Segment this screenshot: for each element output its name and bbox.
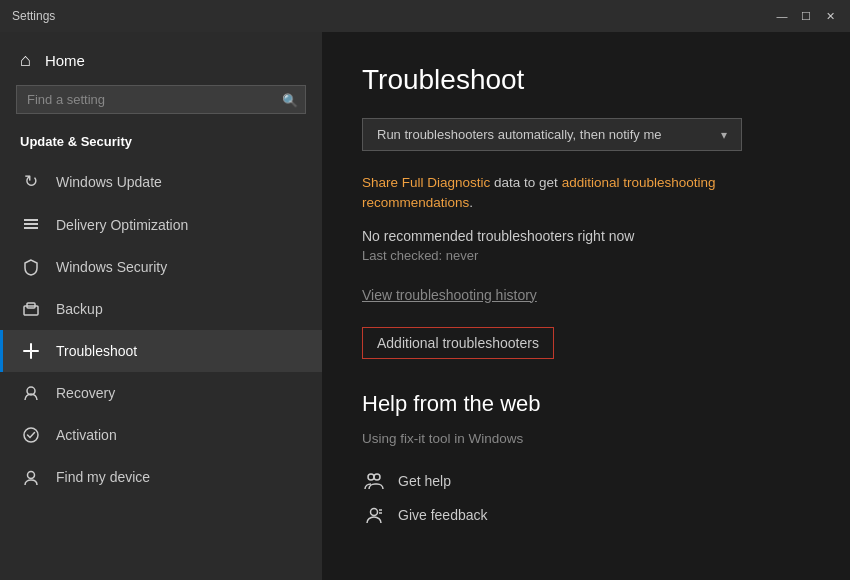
- no-troubleshooters-text: No recommended troubleshooters right now: [362, 228, 810, 244]
- maximize-button[interactable]: ☐: [798, 8, 814, 24]
- chevron-down-icon: ▾: [721, 128, 727, 142]
- sidebar-item-windows-update[interactable]: ↻ Windows Update: [0, 159, 322, 204]
- svg-point-13: [374, 474, 380, 480]
- sidebar-item-delivery-optimization[interactable]: Delivery Optimization: [0, 204, 322, 246]
- svg-point-11: [28, 472, 35, 479]
- diagnostic-link[interactable]: Share Full Diagnostic: [362, 175, 490, 190]
- sidebar-item-label: Troubleshoot: [56, 343, 137, 359]
- windows-update-icon: ↻: [20, 171, 42, 192]
- window-controls: — ☐ ✕: [774, 8, 838, 24]
- minimize-button[interactable]: —: [774, 8, 790, 24]
- help-description: Using fix-it tool in Windows: [362, 431, 810, 446]
- svg-point-10: [24, 428, 38, 442]
- sidebar-item-label: Activation: [56, 427, 117, 443]
- sidebar: ⌂ Home 🔍 Update & Security ↻ Windows Upd…: [0, 32, 322, 580]
- sidebar-item-label: Find my device: [56, 469, 150, 485]
- troubleshoot-icon: [20, 342, 42, 360]
- view-history-link[interactable]: View troubleshooting history: [362, 287, 810, 303]
- sidebar-item-recovery[interactable]: Recovery: [0, 372, 322, 414]
- sidebar-item-activation[interactable]: Activation: [0, 414, 322, 456]
- find-my-device-icon: [20, 468, 42, 486]
- windows-security-icon: [20, 258, 42, 276]
- search-box: 🔍: [16, 85, 306, 114]
- sidebar-item-find-my-device[interactable]: Find my device: [0, 456, 322, 498]
- get-help-item[interactable]: Get help: [362, 464, 810, 498]
- search-input[interactable]: [16, 85, 306, 114]
- sidebar-home[interactable]: ⌂ Home: [0, 32, 322, 85]
- backup-icon: [20, 300, 42, 318]
- sidebar-item-label: Delivery Optimization: [56, 217, 188, 233]
- close-button[interactable]: ✕: [822, 8, 838, 24]
- delivery-optimization-icon: [20, 216, 42, 234]
- get-help-label: Get help: [398, 473, 451, 489]
- give-feedback-icon: [362, 505, 386, 525]
- app-body: ⌂ Home 🔍 Update & Security ↻ Windows Upd…: [0, 32, 850, 580]
- sidebar-item-windows-security[interactable]: Windows Security: [0, 246, 322, 288]
- activation-icon: [20, 426, 42, 444]
- search-icon: 🔍: [282, 92, 298, 107]
- dropdown-label: Run troubleshooters automatically, then …: [377, 127, 661, 142]
- sidebar-item-label: Windows Update: [56, 174, 162, 190]
- sidebar-item-troubleshoot[interactable]: Troubleshoot: [0, 330, 322, 372]
- sidebar-item-label: Backup: [56, 301, 103, 317]
- titlebar: Settings — ☐ ✕: [0, 0, 850, 32]
- sidebar-item-backup[interactable]: Backup: [0, 288, 322, 330]
- home-icon: ⌂: [20, 50, 31, 71]
- get-help-icon: [362, 471, 386, 491]
- main-panel: Troubleshoot Run troubleshooters automat…: [322, 32, 850, 580]
- sidebar-item-label: Recovery: [56, 385, 115, 401]
- troubleshooter-dropdown[interactable]: Run troubleshooters automatically, then …: [362, 118, 742, 151]
- additional-troubleshooters-button[interactable]: Additional troubleshooters: [362, 327, 554, 359]
- svg-point-12: [368, 474, 374, 480]
- svg-rect-0: [24, 219, 38, 221]
- svg-rect-2: [24, 227, 38, 229]
- sidebar-home-label: Home: [45, 52, 85, 69]
- recovery-icon: [20, 384, 42, 402]
- give-feedback-label: Give feedback: [398, 507, 488, 523]
- sidebar-item-label: Windows Security: [56, 259, 167, 275]
- help-section-title: Help from the web: [362, 391, 810, 417]
- svg-point-14: [371, 508, 378, 515]
- give-feedback-item[interactable]: Give feedback: [362, 498, 810, 532]
- page-title: Troubleshoot: [362, 64, 810, 96]
- last-checked-text: Last checked: never: [362, 248, 810, 263]
- app-title: Settings: [12, 9, 55, 23]
- sidebar-section-title: Update & Security: [0, 128, 322, 159]
- diagnostic-section: Share Full Diagnostic data to get additi…: [362, 173, 810, 214]
- svg-rect-1: [24, 223, 38, 225]
